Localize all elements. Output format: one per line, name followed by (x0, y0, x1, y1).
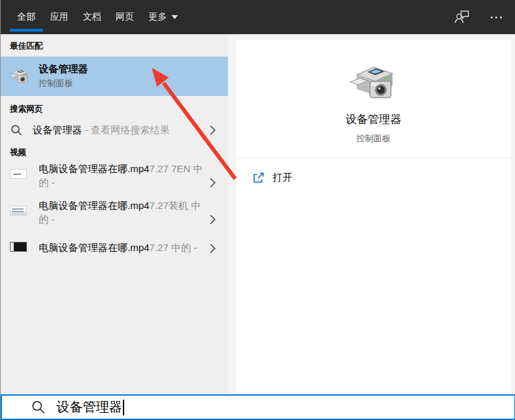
section-header-best-match: 最佳匹配 (10, 41, 228, 52)
tab-web-label: 网页 (116, 11, 134, 23)
best-match-subtitle: 控制面板 (39, 78, 88, 89)
divider (236, 158, 511, 158)
tab-more[interactable]: 更多 (141, 0, 185, 34)
video-text: 电脑设备管理器在哪.mp47.27 中的 - (39, 241, 204, 254)
video-thumbnail (10, 169, 27, 179)
web-search-query: 设备管理器 (33, 124, 82, 135)
open-external-icon (253, 172, 264, 183)
best-match-item[interactable]: 设备管理器 控制面板 (1, 57, 228, 96)
device-manager-icon (349, 58, 399, 108)
feedback-icon[interactable] (453, 8, 471, 26)
preview-panel: 设备管理器 控制面板 打开 (236, 39, 511, 392)
section-header-videos: 视频 (10, 147, 26, 158)
chevron-right-icon[interactable] (210, 125, 216, 135)
video-title: 电脑设备管理器在哪.mp4 (39, 242, 149, 253)
tab-all-label: 全部 (17, 11, 35, 23)
tab-apps[interactable]: 应用 (43, 0, 76, 34)
search-bar[interactable]: 设备管理器 (1, 394, 515, 420)
chevron-right-icon[interactable] (210, 214, 216, 225)
tab-all[interactable]: 全部 (10, 0, 43, 34)
chevron-right-icon[interactable] (210, 177, 216, 188)
web-search-item[interactable]: 设备管理器- 查看网络搜索结果 (1, 117, 228, 143)
search-filter-bar: 全部 应用 文档 网页 更多 (1, 0, 515, 34)
open-action[interactable]: 打开 (236, 166, 511, 189)
windows-search-flyout: 全部 应用 文档 网页 更多 最佳匹配 (0, 0, 515, 420)
preview-subtitle: 控制面板 (357, 133, 391, 145)
tab-apps-label: 应用 (50, 11, 68, 23)
tab-web[interactable]: 网页 (108, 0, 141, 34)
video-result-item[interactable]: 电脑设备管理器在哪.mp47.27 中的 - (1, 235, 228, 262)
filter-tabs: 全部 应用 文档 网页 更多 (1, 0, 185, 34)
section-header-web-search: 搜索网页 (10, 104, 43, 115)
best-match-title: 设备管理器 (39, 63, 88, 76)
video-text: 电脑设备管理器在哪.mp47.27装机 中的 - (39, 198, 204, 226)
video-title: 电脑设备管理器在哪.mp4 (39, 200, 149, 211)
open-action-label: 打开 (273, 172, 292, 184)
ellipsis-icon[interactable] (487, 8, 505, 26)
device-manager-icon (9, 66, 30, 87)
chevron-down-icon (171, 15, 178, 19)
video-result-item[interactable]: 电脑设备管理器在哪.mp47.27 7EN 中的 - (1, 162, 228, 198)
tab-documents-label: 文档 (83, 11, 101, 23)
results-panel: 最佳匹配 设备管理器 控制面板 搜索网页 (1, 34, 228, 394)
web-search-hint: - 查看网络搜索结果 (85, 124, 169, 135)
video-title: 电脑设备管理器在哪.mp4 (39, 163, 149, 174)
video-thumbnail (10, 206, 27, 216)
video-text: 电脑设备管理器在哪.mp47.27 7EN 中的 - (39, 162, 204, 189)
search-icon (32, 400, 45, 414)
text-caret (123, 400, 124, 415)
preview-header: 设备管理器 控制面板 (236, 39, 511, 145)
video-thumbnail (10, 242, 27, 252)
tab-documents[interactable]: 文档 (76, 0, 108, 34)
search-icon (11, 124, 22, 136)
web-search-text: 设备管理器- 查看网络搜索结果 (33, 124, 169, 137)
preview-title: 设备管理器 (346, 112, 401, 127)
video-meta: 7.27 中的 - (149, 242, 197, 253)
best-match-text: 设备管理器 控制面板 (39, 63, 88, 89)
video-result-item[interactable]: 电脑设备管理器在哪.mp47.27装机 中的 - (1, 198, 228, 235)
search-input-value[interactable]: 设备管理器 (56, 398, 122, 416)
topbar-icons (453, 0, 505, 34)
tab-more-label: 更多 (148, 11, 167, 23)
chevron-right-icon[interactable] (210, 243, 216, 254)
